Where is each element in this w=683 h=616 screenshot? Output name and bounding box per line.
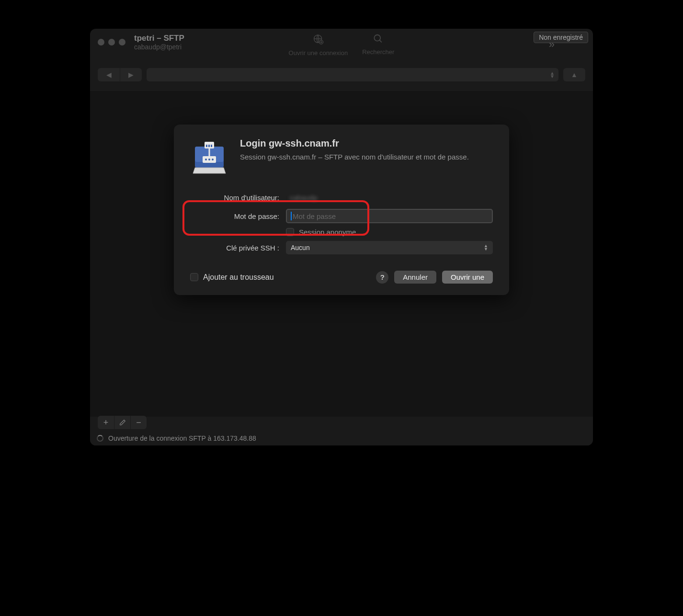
status-bar: Ouverture de la connexion SFTP à 163.173… [90, 431, 593, 445]
window-subtitle: cabaudp@tpetri [134, 43, 184, 51]
dialog-description: Session gw-ssh.cnam.fr – SFTP avec nom d… [240, 152, 469, 162]
select-arrows-icon: ▲▼ [484, 244, 488, 251]
keychain-checkbox[interactable] [190, 273, 198, 281]
remove-button[interactable]: − [130, 416, 147, 429]
network-disk-icon [190, 138, 228, 176]
app-window: Non enregistré tpetri – SFTP cabaudp@tpe… [90, 29, 593, 445]
path-bar[interactable]: ▲▼ [147, 68, 558, 81]
traffic-lights [98, 39, 125, 46]
svg-point-10 [205, 159, 207, 160]
username-input[interactable]: cabaudp [286, 191, 493, 204]
anonymous-checkbox[interactable] [286, 228, 294, 236]
forward-button[interactable]: ▶ [120, 68, 142, 81]
up-directory-button[interactable]: ▲ [563, 68, 585, 81]
help-button[interactable]: ? [376, 271, 388, 284]
ssh-key-label: Clé privée SSH : [190, 244, 286, 252]
svg-point-2 [375, 35, 381, 41]
username-label: Nom d'utilisateur: [190, 194, 286, 202]
ssh-key-select[interactable]: Aucun ▲▼ [286, 241, 493, 254]
back-button[interactable]: ◀ [98, 68, 120, 81]
svg-rect-7 [208, 145, 210, 147]
search-button[interactable]: Rechercher [362, 34, 394, 57]
open-connection-button[interactable]: Ouvrir une connexion [289, 34, 348, 57]
titlebar: tpetri – SFTP cabaudp@tpetri Ouvrir une … [90, 29, 593, 55]
overflow-icon[interactable]: » [549, 38, 555, 51]
svg-point-12 [212, 159, 214, 160]
password-label: Mot de passe: [190, 212, 286, 220]
spinner-icon [97, 435, 103, 442]
keychain-label: Ajouter au trousseau [203, 273, 274, 282]
svg-rect-6 [206, 145, 207, 147]
window-title: tpetri – SFTP [134, 34, 184, 43]
status-message: Ouverture de la connexion SFTP à 163.173… [108, 434, 256, 442]
nav-row: ◀ ▶ ▲▼ ▲ [90, 62, 593, 87]
cancel-button[interactable]: Annuler [394, 271, 436, 284]
close-window-button[interactable] [98, 39, 104, 46]
password-input[interactable]: Mot de passe [286, 209, 493, 223]
svg-point-11 [208, 159, 210, 160]
maximize-window-button[interactable] [119, 39, 125, 46]
minimize-window-button[interactable] [108, 39, 115, 46]
edit-button[interactable] [114, 416, 130, 429]
add-button[interactable]: + [98, 416, 114, 429]
search-icon [373, 34, 384, 46]
anonymous-label: Session anonyme [299, 228, 356, 236]
open-button[interactable]: Ouvrir une [442, 271, 493, 284]
bottom-toolbar: + − [98, 416, 147, 429]
path-dropdown-icon: ▲▼ [550, 71, 555, 78]
svg-rect-8 [211, 145, 212, 147]
dialog-title: Login gw-ssh.cnam.fr [240, 138, 469, 149]
login-dialog: Login gw-ssh.cnam.fr Session gw-ssh.cnam… [174, 125, 509, 295]
globe-plus-icon [312, 34, 324, 47]
